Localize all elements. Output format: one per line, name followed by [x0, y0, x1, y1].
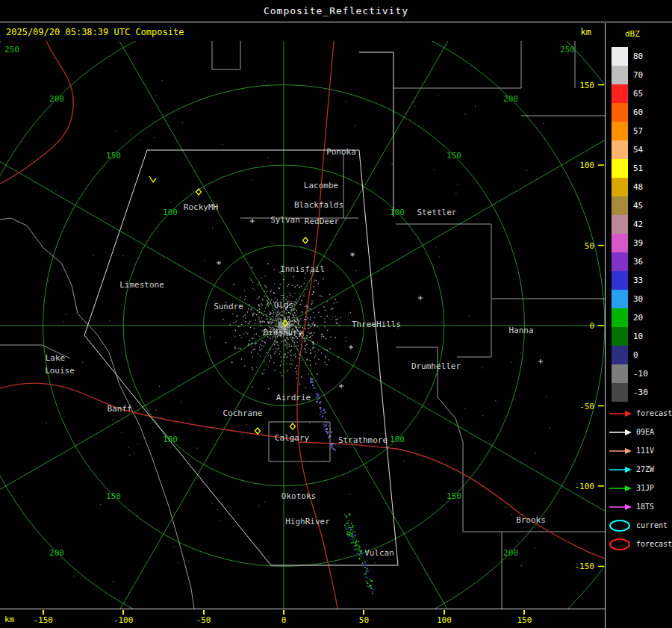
- colorbar-entry: 80: [612, 47, 648, 66]
- colorbar-entry: 39: [612, 234, 648, 252]
- city-label: Stettler: [417, 208, 457, 217]
- bottom-axis-label: 100: [437, 615, 452, 625]
- track-legend-row: 111V: [609, 441, 672, 460]
- colorbar-value: 45: [633, 201, 643, 211]
- map-layers: 1001502002501001502002501001502001001502…: [0, 41, 605, 609]
- colorbar-entry: 54: [612, 140, 648, 159]
- colorbar-swatch: [612, 159, 628, 178]
- right-axis: 150100500-50-100-150: [575, 81, 605, 572]
- panel-divider: [605, 23, 606, 628]
- colorbar-value: 42: [633, 220, 643, 229]
- storm-ellipse-icon: [609, 519, 632, 532]
- city-label: RedDeer: [305, 217, 340, 226]
- colorbar-entry: 51: [612, 159, 648, 178]
- track-arrow-icon: [609, 409, 632, 418]
- city-label: Vulcan: [364, 548, 394, 558]
- range-distance-label: 100: [163, 435, 178, 444]
- city-label: Louise: [45, 366, 75, 376]
- colorbar-entry: 65: [612, 84, 648, 103]
- city-label: Lacombe: [304, 181, 338, 190]
- range-distance-label: 100: [163, 208, 178, 217]
- colorbar-value: 70: [633, 70, 643, 80]
- colorbar-entry: -10: [612, 364, 648, 383]
- point-marker-icon: [418, 296, 423, 300]
- bottom-axis-tick: [122, 610, 124, 615]
- bottom-axis-label: 0: [281, 615, 287, 625]
- right-axis-label: 150: [579, 81, 594, 90]
- window-title: Composite_Reflectivity: [264, 5, 408, 16]
- storm-ellipse-icon: [609, 538, 632, 551]
- right-axis-label: -50: [579, 402, 594, 411]
- colorbar-value: 80: [633, 52, 643, 61]
- city-label: Sundre: [214, 302, 243, 311]
- range-distance-label: 100: [390, 208, 405, 217]
- point-marker-icon: [250, 219, 255, 223]
- colorbar-value: -10: [633, 369, 648, 379]
- track-legend-row: forecast: [609, 404, 672, 423]
- colorbar-entry: 45: [612, 196, 648, 215]
- colorbar-value: 30: [633, 294, 643, 304]
- track-label: 27ZW: [636, 465, 654, 473]
- colorbar-value: 48: [633, 182, 643, 192]
- track-label: forecast: [636, 409, 672, 417]
- bottom-axis-tick: [363, 610, 364, 615]
- colorbar-swatch: [612, 327, 628, 346]
- colorbar-swatch: [612, 290, 628, 308]
- colorbar-entry: 57: [612, 122, 648, 140]
- range-distance-label: 150: [106, 491, 121, 501]
- city-label: Sylvan: [270, 215, 300, 225]
- colorbar-entry: 36: [612, 252, 648, 271]
- range-distance-label: 200: [49, 548, 64, 558]
- track-arrow-icon: [609, 447, 632, 456]
- point-marker-icon: [349, 345, 353, 349]
- city-label: Calgary: [275, 433, 310, 443]
- track-legend-row: 27ZW: [609, 460, 672, 479]
- right-axis-label: 50: [585, 241, 594, 251]
- track-legend-row: 31JP: [609, 479, 672, 497]
- city-label: Hanna: [508, 326, 533, 335]
- city-label: Olds: [274, 300, 294, 310]
- right-axis-label: 100: [579, 161, 594, 170]
- city-label: Strathmore: [338, 435, 388, 445]
- colorbar-swatch: [612, 178, 628, 196]
- city-label: Brooks: [516, 515, 546, 525]
- colorbar-swatch: [612, 196, 628, 215]
- colorbar-entry: 10: [612, 327, 648, 346]
- city-label: Cochrane: [223, 408, 263, 418]
- colorbar-entry: 42: [612, 215, 648, 234]
- city-label: Banff: [107, 404, 131, 414]
- track-label: 18TS: [636, 503, 654, 511]
- track-label: 31JP: [636, 484, 654, 492]
- colorbar-value: 0: [633, 350, 638, 360]
- colorbar-entry: 70: [612, 66, 648, 84]
- storm-shape-label: current: [636, 521, 668, 529]
- storm-shape-legend-row: forecast: [609, 535, 672, 553]
- colorbar-entry: 30: [612, 290, 648, 308]
- range-distance-label: 250: [4, 45, 19, 55]
- arrow-marker-icon: [149, 176, 156, 182]
- radar-site-diamond-icon: [303, 237, 308, 243]
- colorbar-value: 20: [633, 313, 643, 323]
- range-distance-label: 150: [106, 151, 121, 161]
- range-distance-label: 200: [49, 94, 64, 104]
- range-distance-label: 150: [447, 151, 461, 161]
- range-distance-label: 250: [560, 45, 575, 55]
- legend-panel: dBZ 807065605754514845423936333020100-10…: [606, 23, 672, 628]
- bottom-axis-label: -50: [196, 615, 211, 625]
- bottom-axis-label: 150: [517, 615, 532, 625]
- city-label: RockyMH: [184, 202, 218, 212]
- colorbar-entry: 60: [612, 103, 648, 122]
- bottom-axis-tick: [203, 610, 205, 615]
- right-axis-unit-label: km: [581, 27, 591, 37]
- storm-shape-legend-row: current: [609, 516, 672, 535]
- city-label: Blackfalds: [294, 200, 343, 210]
- range-distance-label: 100: [390, 435, 405, 444]
- colorbar-value: 10: [633, 332, 643, 341]
- station-markers: *: [149, 176, 543, 434]
- city-label: HighRiver: [285, 517, 330, 526]
- colorbar-swatch: [612, 383, 628, 402]
- colorbar-swatch: [612, 346, 628, 364]
- bottom-axis-label: -150: [33, 615, 53, 625]
- colorbar: 807065605754514845423936333020100-10-30: [612, 47, 648, 402]
- right-axis-label: -150: [575, 562, 595, 571]
